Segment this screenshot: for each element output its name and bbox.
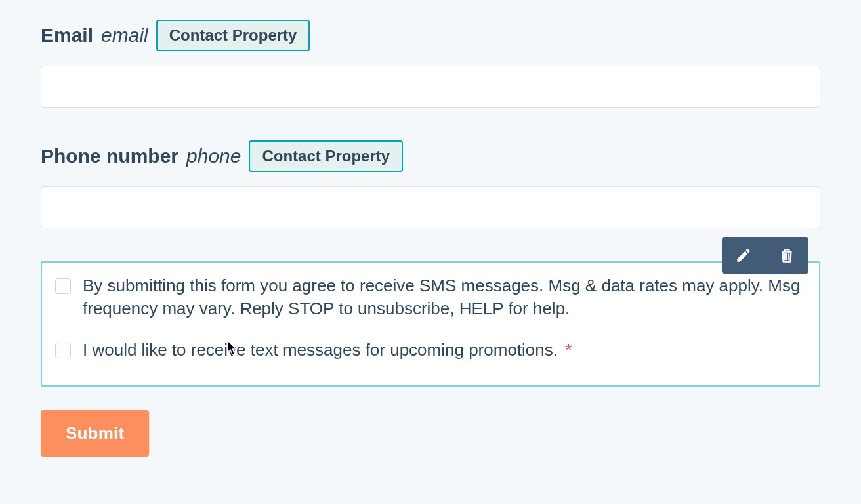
promotions-checkbox[interactable]	[55, 343, 71, 358]
edit-button[interactable]	[722, 237, 765, 274]
email-field-group: Email email Contact Property	[41, 20, 820, 108]
phone-label: Phone number	[41, 145, 178, 167]
phone-property-tag[interactable]: Contact Property	[249, 140, 403, 172]
email-label: Email	[41, 24, 93, 47]
submit-button[interactable]: Submit	[41, 410, 149, 457]
checkbox-block[interactable]: By submitting this form you agree to rec…	[41, 261, 820, 387]
promotions-checkbox-label: I would like to receive text messages fo…	[83, 339, 572, 362]
promotions-label-text: I would like to receive text messages fo…	[83, 340, 558, 360]
consent-checkbox-label: By submitting this form you agree to rec…	[83, 274, 806, 320]
trash-icon	[778, 247, 795, 264]
required-asterisk: *	[565, 340, 572, 360]
email-input[interactable]	[41, 66, 820, 108]
phone-slug: phone	[186, 145, 241, 167]
phone-input[interactable]	[41, 186, 820, 228]
promotions-checkbox-row: I would like to receive text messages fo…	[55, 339, 806, 362]
phone-label-row: Phone number phone Contact Property	[41, 140, 820, 172]
email-property-tag[interactable]: Contact Property	[156, 20, 310, 51]
email-slug: email	[101, 24, 148, 47]
consent-checkbox-row: By submitting this form you agree to rec…	[55, 274, 806, 320]
email-label-row: Email email Contact Property	[41, 20, 820, 51]
delete-button[interactable]	[765, 237, 808, 274]
checkbox-block-inner: By submitting this form you agree to rec…	[41, 261, 820, 387]
field-action-toolbar	[722, 237, 808, 274]
form-canvas: Email email Contact Property Phone numbe…	[0, 0, 861, 483]
pencil-icon	[735, 247, 752, 264]
phone-field-group: Phone number phone Contact Property	[41, 140, 820, 228]
consent-checkbox[interactable]	[55, 278, 71, 294]
